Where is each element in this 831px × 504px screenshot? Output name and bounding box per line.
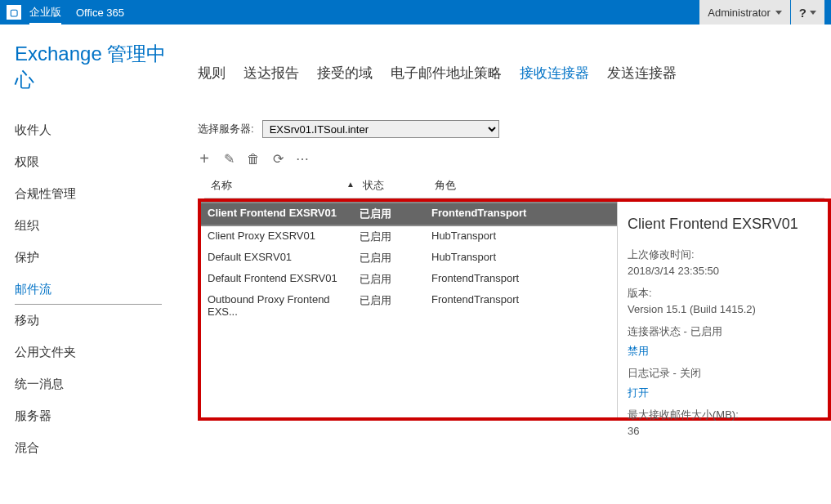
left-sidebar: Exchange 管理中心 收件人权限合规性管理组织保护邮件流移动公用文件夹统一…: [0, 25, 178, 464]
sidebar-item-9[interactable]: 服务器: [15, 400, 178, 432]
details-pane: Client Frontend EXSRV01 上次修改时间: 2018/3/1…: [617, 202, 828, 417]
cell-name: Client Frontend EXSRV01: [208, 207, 360, 221]
version-value: Version 15.1 (Build 1415.2): [628, 301, 818, 318]
open-link[interactable]: 打开: [628, 385, 818, 401]
sidebar-item-3[interactable]: 组织: [15, 210, 178, 242]
tab-0[interactable]: 规则: [198, 64, 226, 83]
max-size-value: 36: [628, 423, 818, 439]
chevron-down-icon: [775, 11, 782, 15]
admin-label: Administrator: [708, 7, 771, 19]
sidebar-item-0[interactable]: 收件人: [15, 114, 178, 146]
table-row[interactable]: Default EXSRV01已启用HubTransport: [201, 248, 617, 269]
sidebar-item-2[interactable]: 合规性管理: [15, 178, 178, 210]
tab-2[interactable]: 接受的域: [317, 64, 373, 83]
help-icon: ?: [799, 6, 806, 20]
sidebar-item-8[interactable]: 统一消息: [15, 368, 178, 400]
server-select[interactable]: EXSrv01.ITSoul.inter: [262, 120, 499, 138]
admin-menu[interactable]: Administrator: [699, 0, 790, 25]
logging-status: 日志记录 - 关闭: [628, 365, 818, 381]
highlighted-region: Client Frontend EXSRV01已启用FrontendTransp…: [198, 198, 831, 421]
server-selector-row: 选择服务器: EXSrv01.ITSoul.inter: [198, 120, 831, 138]
cell-role: HubTransport: [431, 230, 610, 244]
cell-name: Default EXSRV01: [208, 251, 360, 265]
sidebar-item-4[interactable]: 保护: [15, 242, 178, 274]
help-menu[interactable]: ?: [791, 0, 824, 25]
sort-asc-icon: ▲: [346, 180, 355, 189]
connector-status: 连接器状态 - 已启用: [628, 323, 818, 340]
delete-button[interactable]: 🗑: [247, 152, 260, 167]
refresh-button[interactable]: ⟳: [271, 151, 284, 167]
cell-role: FrontendTransport: [431, 207, 610, 221]
top-bar: ▢ 企业版 Office 365 Administrator ?: [0, 0, 831, 25]
sidebar-item-1[interactable]: 权限: [15, 146, 178, 178]
office-logo-icon: ▢: [7, 5, 21, 20]
tab-4[interactable]: 接收连接器: [520, 64, 589, 83]
add-button[interactable]: +: [198, 149, 211, 168]
column-header-role[interactable]: 角色: [435, 178, 818, 193]
column-header-status[interactable]: 状态: [363, 178, 435, 193]
tab-strip: 规则送达报告接受的域电子邮件地址策略接收连接器发送连接器: [198, 64, 831, 83]
tab-3[interactable]: 电子邮件地址策略: [391, 64, 502, 83]
tab-1[interactable]: 送达报告: [243, 64, 299, 83]
page-title: Exchange 管理中心: [15, 41, 178, 93]
main-content: 规则送达报告接受的域电子邮件地址策略接收连接器发送连接器 选择服务器: EXSr…: [178, 25, 831, 464]
sidebar-item-7[interactable]: 公用文件夹: [15, 337, 178, 368]
chevron-down-icon: [810, 11, 816, 15]
cell-role: FrontendTransport: [431, 272, 610, 287]
more-button[interactable]: ⋯: [296, 151, 309, 167]
cell-status: 已启用: [360, 207, 431, 221]
sidebar-item-6[interactable]: 移动: [15, 305, 178, 337]
cell-role: HubTransport: [431, 251, 610, 265]
cell-status: 已启用: [360, 293, 431, 318]
max-size-label: 最大接收邮件大小(MB):: [628, 407, 818, 423]
cell-name: Client Proxy EXSRV01: [208, 230, 360, 244]
cell-status: 已启用: [360, 272, 431, 287]
table-row[interactable]: Client Frontend EXSRV01已启用FrontendTransp…: [201, 202, 617, 226]
table-row[interactable]: Client Proxy EXSRV01已启用HubTransport: [201, 226, 617, 248]
table-row[interactable]: Outbound Proxy Frontend EXS...已启用Fronten…: [201, 290, 617, 321]
tab-5[interactable]: 发送连接器: [607, 64, 677, 83]
server-select-label: 选择服务器:: [198, 122, 254, 136]
cell-status: 已启用: [360, 251, 431, 265]
cell-status: 已启用: [360, 230, 431, 244]
last-modified-value: 2018/3/14 23:35:50: [628, 263, 818, 279]
sidebar-item-5[interactable]: 邮件流: [15, 274, 162, 305]
disable-link[interactable]: 禁用: [628, 343, 818, 359]
last-modified-label: 上次修改时间:: [628, 247, 818, 263]
version-label: 版本:: [628, 285, 818, 301]
connector-grid: Client Frontend EXSRV01已启用FrontendTransp…: [201, 202, 617, 417]
grid-toolbar: + ✎ 🗑 ⟳ ⋯: [198, 149, 831, 168]
topbar-product[interactable]: Office 365: [76, 7, 124, 19]
table-row[interactable]: Default Frontend EXSRV01已启用FrontendTrans…: [201, 269, 617, 290]
cell-name: Outbound Proxy Frontend EXS...: [208, 293, 360, 318]
cell-name: Default Frontend EXSRV01: [208, 272, 360, 287]
details-title: Client Frontend EXSRV01: [628, 213, 818, 235]
sidebar-item-10[interactable]: 混合: [15, 432, 178, 464]
cell-role: FrontendTransport: [431, 293, 610, 318]
edit-button[interactable]: ✎: [222, 151, 235, 167]
column-header-name[interactable]: 名称 ▲: [211, 178, 363, 193]
topbar-enterprise[interactable]: 企业版: [29, 5, 61, 25]
